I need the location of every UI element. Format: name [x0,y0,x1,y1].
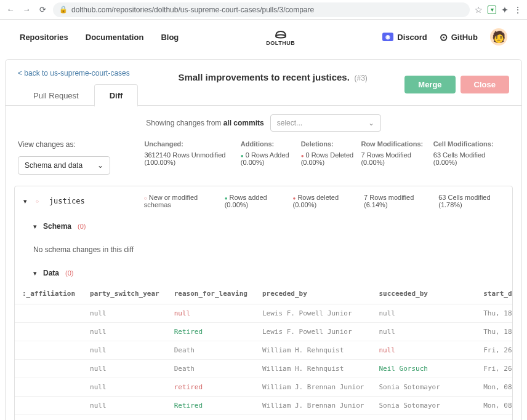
table-name: justices [49,197,135,205]
data-count: (0) [65,269,73,277]
table-cell: Sonia Sotomayor [371,378,476,397]
table-cell: null [82,304,167,323]
table-cell: Death [167,341,255,360]
column-header: :_affiliation [15,283,82,304]
table-cell [15,397,82,415]
browser-toolbar: ← → ⟳ 🔒 dolthub.com/repositories/dolthub… [0,0,527,20]
table-cell: Edward T. Sanford [371,415,476,421]
table-cell: Lewis F. Powell Junior [255,304,372,323]
cellmod-label: Cell Modifications: [433,140,509,148]
rowmod-value: 7 Rows Modified (0.00%) [361,151,433,166]
deletions-label: Deletions: [301,140,361,148]
table-cell [15,415,82,421]
additions-label: Additions: [241,140,301,148]
chevron-down-icon: ⌄ [368,119,374,127]
schema-collapse-icon[interactable]: ▾ [33,223,37,231]
table-cell: retired [167,378,255,397]
table-cell: Lewis F. Powell Junior [255,323,372,341]
forward-icon[interactable]: → [21,4,32,15]
data-label: Data [43,269,59,277]
table-cell: null [82,360,167,378]
table-row: nullDisablednullEdward T. SanfordMon, 18… [15,415,512,421]
commit-select[interactable]: select... ⌄ [270,114,381,132]
table-cell [15,341,82,360]
unchanged-label: Unchanged: [144,140,240,148]
table-cell: null [167,304,255,323]
schema-label: Schema [43,222,71,231]
table-cell: null [82,415,167,421]
collapse-icon[interactable]: ▾ [23,197,27,205]
nav-repositories[interactable]: Repositories [20,33,68,42]
table-cell: Thu, 18 Feb 1988 00:00:00 GMT [476,323,512,341]
pr-number: (#3) [355,74,368,82]
table-cell: null [82,341,167,360]
table-cell: null [82,323,167,341]
back-icon[interactable]: ← [5,4,16,15]
table-cell: Fri, 26 Sep 1986 00:00:00 GMT [476,360,512,378]
table-cell: Neil Gorsuch [371,360,476,378]
data-collapse-icon[interactable]: ▾ [33,269,37,277]
showing-label: Showing changes from all commits [146,119,264,127]
column-header: reason_for_leaving [167,283,255,304]
chevron-down-icon: ⌄ [97,161,103,170]
table-cell: William J. Brennan Junior [255,397,372,415]
table-cell: Thu, 18 Feb 1988 00:00:00 GMT [476,304,512,323]
tab-diff[interactable]: Diff [94,84,139,106]
nav-discord[interactable]: ◉Discord [382,33,427,42]
table-cell [15,378,82,397]
merge-button[interactable]: Merge [404,76,455,93]
table-cell: null [82,397,167,415]
puzzle-icon[interactable]: ✦ [501,5,509,15]
schema-count: (0) [78,223,86,230]
table-cell: null [371,304,476,323]
logo[interactable]: DOLTHUB [266,28,295,46]
table-cell: Mon, 08 Oct 1990 00:00:00 GMT [476,378,512,397]
pr-title: Small improvements to recent justices. [178,72,349,82]
table-cell: null [82,378,167,397]
column-header: start_date [476,283,512,304]
url-text: dolthub.com/repositories/dolthub/us-supr… [71,6,314,14]
table-cell: Disabled [167,415,255,421]
menu-icon[interactable]: ⋮ [513,5,522,15]
rowmod-label: Row Modifications: [361,140,433,148]
view-changes-label: View changes as: [18,140,144,149]
table-row: nullDeathWilliam H. RehnquistnullFri, 26… [15,341,512,360]
table-cell: null [255,415,372,421]
no-schema-msg: No schema changes in this diff [15,237,512,263]
table-cell: Mon, 18 Mar 1912 00:00:00 GMT [476,415,512,421]
table-cell: William H. Rehnquist [255,341,372,360]
table-cell [15,323,82,341]
column-header: preceded_by [255,283,372,304]
diff-table: :_affiliationparty_switch_yearreason_for… [15,283,512,420]
status-dot-icon: ○ [36,199,39,204]
url-bar[interactable]: 🔒 dolthub.com/repositories/dolthub/us-su… [53,2,470,17]
nav-documentation[interactable]: Documentation [86,33,144,42]
deletions-value: ●0 Rows Deleted (0.00%) [301,151,361,166]
nav-blog[interactable]: Blog [161,33,179,42]
table-cell: Death [167,360,255,378]
column-header: party_switch_year [82,283,167,304]
view-changes-select[interactable]: Schema and data ⌄ [18,156,110,175]
table-row: nullRetiredLewis F. Powell JuniornullThu… [15,323,512,341]
lock-icon: 🔒 [59,6,68,14]
table-cell: William J. Brennan Junior [255,378,372,397]
top-nav: Repositories Documentation Blog DOLTHUB … [0,20,527,54]
nav-github[interactable]: ⊙GitHub [440,31,478,43]
table-cell [15,304,82,323]
table-row: nullnullLewis F. Powell JuniornullThu, 1… [15,304,512,323]
ext-icon[interactable]: ▾ [488,6,496,14]
table-cell: Mon, 08 Oct 1990 00:00:00 GMT [476,397,512,415]
table-cell [15,360,82,378]
table-row: nullRetiredWilliam J. Brennan JuniorSoni… [15,397,512,415]
discord-icon: ◉ [382,33,393,41]
star-icon[interactable]: ☆ [475,5,483,15]
reload-icon[interactable]: ⟳ [37,4,48,15]
tab-pull-request[interactable]: Pull Request [18,84,94,106]
table-cell: Retired [167,323,255,341]
back-link[interactable]: < back to us-supreme-court-cases [18,69,130,77]
table-cell: Retired [167,397,255,415]
unchanged-value: 3612140 Rows Unmodified (100.00%) [144,151,240,166]
close-button[interactable]: Close [461,76,509,93]
column-header: succeeded_by [371,283,476,304]
avatar[interactable]: 🧑 [490,28,507,46]
